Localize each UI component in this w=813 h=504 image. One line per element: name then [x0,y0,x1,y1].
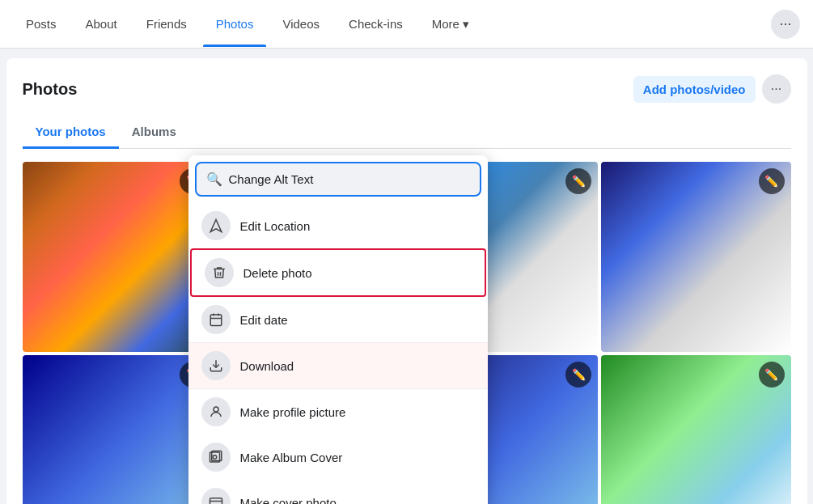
nav-item-friends[interactable]: Friends [133,11,200,37]
photo-item[interactable]: ✏️ [23,162,213,352]
nav-item-videos[interactable]: Videos [269,11,332,37]
add-photos-button[interactable]: Add photos/video [633,76,756,103]
cover-icon [201,488,231,504]
make-album-cover-item[interactable]: Make Album Cover [188,434,488,480]
photo-item[interactable]: ✏️ [601,355,791,505]
edit-location-item[interactable]: Edit Location [188,203,488,248]
change-alt-text-item[interactable]: 🔍 [195,162,481,197]
edit-date-item[interactable]: Edit date [188,297,488,342]
download-item[interactable]: Download [188,342,488,389]
make-cover-photo-item[interactable]: Make cover photo [188,480,488,504]
photo-tabs: Your photos Albums [23,116,791,149]
svg-point-9 [213,455,217,460]
ellipsis-icon: ··· [771,82,781,96]
delete-photo-item[interactable]: Delete photo [190,248,486,297]
make-profile-picture-item[interactable]: Make profile picture [188,389,488,434]
photo-options-dropdown: 🔍 Edit Location Delete photo [188,155,488,504]
ellipsis-icon: ··· [779,15,791,32]
edit-photo-icon[interactable]: ✏️ [565,168,591,194]
svg-point-6 [214,407,218,412]
edit-photo-icon[interactable]: ✏️ [565,362,591,388]
profile-icon [201,397,231,426]
edit-photo-icon[interactable]: ✏️ [759,168,785,194]
nav-item-checkins[interactable]: Check-ins [336,11,416,37]
photos-section: Photos Add photos/video ··· Your photos … [6,58,807,504]
trash-icon [205,258,234,287]
album-icon [201,443,231,472]
section-more-button[interactable]: ··· [762,74,791,104]
svg-marker-0 [210,220,222,232]
nav-item-photos[interactable]: Photos [203,11,267,37]
download-icon [201,351,231,380]
alt-text-input[interactable] [229,172,470,186]
edit-photo-icon[interactable]: ✏️ [759,362,785,388]
chevron-down-icon: ▾ [463,17,469,32]
nav-item-posts[interactable]: Posts [13,11,70,37]
nav-item-about[interactable]: About [73,11,130,37]
section-title: Photos [23,80,78,99]
search-icon: 🔍 [206,172,222,187]
location-icon [201,211,231,240]
photo-item[interactable]: ✏️ [23,355,213,505]
nav-item-more[interactable]: More ▾ [419,11,482,38]
header-actions: Add photos/video ··· [633,74,791,104]
calendar-icon [201,305,231,334]
tab-your-photos[interactable]: Your photos [23,116,119,149]
top-navigation: Posts About Friends Photos Videos Check-… [0,0,813,49]
photo-item[interactable]: ✏️ [601,162,791,352]
svg-rect-1 [210,315,222,326]
nav-more-options-button[interactable]: ··· [771,10,800,39]
tab-albums[interactable]: Albums [119,116,189,149]
section-header: Photos Add photos/video ··· [23,74,791,104]
